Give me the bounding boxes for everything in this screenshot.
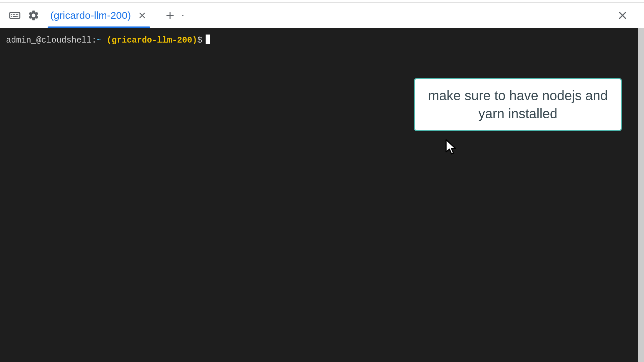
prompt-user-host: admin_@cloudshell:: [6, 35, 97, 46]
terminal-area[interactable]: admin_@cloudshell:~ (gricardo-llm-200)$ …: [0, 28, 644, 362]
prompt-project: (gricardo-llm-200): [107, 35, 197, 46]
add-tab-dropdown[interactable]: [178, 8, 187, 22]
terminal-cursor: [206, 35, 210, 44]
instruction-text: make sure to have nodejs and yarn instal…: [428, 88, 608, 121]
add-tab-group: [163, 8, 187, 22]
close-panel-button[interactable]: [614, 7, 631, 23]
add-tab-button[interactable]: [163, 8, 177, 22]
terminal-toolbar: (gricardo-llm-200): [0, 3, 644, 28]
terminal-prompt-line: admin_@cloudshell:~ (gricardo-llm-200)$: [6, 33, 632, 46]
prompt-symbol: $: [197, 35, 202, 46]
prompt-tilde: ~: [97, 35, 102, 46]
window-top-border: [0, 0, 644, 3]
svg-rect-0: [10, 12, 20, 18]
tab-label: (gricardo-llm-200): [50, 10, 131, 21]
prompt-space: [102, 35, 107, 46]
terminal-tab[interactable]: (gricardo-llm-200): [44, 3, 154, 28]
gear-icon[interactable]: [25, 7, 42, 23]
mouse-cursor-icon: [444, 138, 459, 156]
keyboard-icon[interactable]: [7, 7, 23, 23]
instruction-callout: make sure to have nodejs and yarn instal…: [414, 78, 622, 131]
tab-close-icon[interactable]: [137, 10, 148, 21]
